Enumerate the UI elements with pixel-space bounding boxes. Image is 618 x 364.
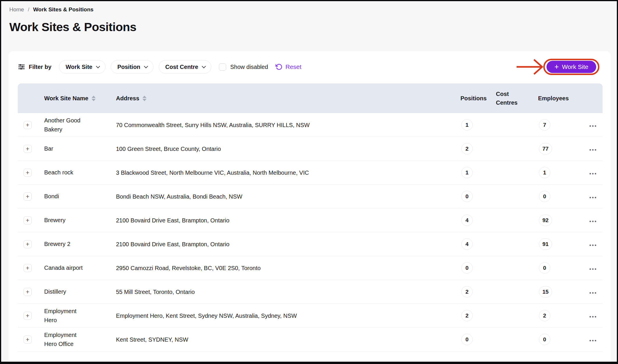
filter-position-label: Position: [117, 64, 140, 70]
work-site-name-cell: Canada airport: [44, 263, 116, 272]
row-actions-menu-button[interactable]: [589, 219, 597, 224]
actions-cell: [589, 312, 603, 319]
filter-work-site-label: Work Site: [66, 64, 92, 70]
expand-row-button[interactable]: +: [24, 336, 32, 344]
employees-header-label: Employees: [538, 95, 589, 102]
employees-count-badge: 0: [539, 191, 550, 202]
cost-centres-header-label: Cost Centres: [496, 90, 538, 107]
filter-by-label: Filter by: [29, 64, 51, 70]
sort-by-work-site-name[interactable]: Work Site Name: [44, 95, 96, 102]
employees-cell: 15: [538, 286, 589, 297]
work-site-address-cell: 2950 Camozzi Road, Revelstoke, BC, V0E 2…: [116, 264, 460, 272]
positions-cell: 1: [460, 119, 496, 131]
app-window: Home / Work Sites & Positions Work Sites…: [0, 0, 618, 364]
breadcrumb-separator: /: [28, 6, 29, 13]
employees-count-badge: 2: [539, 310, 550, 321]
positions-cell: 2: [460, 310, 496, 321]
positions-cell: 0: [460, 334, 496, 345]
reset-label: Reset: [285, 63, 301, 70]
employees-count-badge: 1: [539, 167, 550, 178]
positions-count-badge: 0: [461, 191, 473, 202]
employees-cell: 0: [538, 191, 589, 202]
row-actions-menu-button[interactable]: [589, 338, 597, 343]
positions-cell: 0: [460, 191, 496, 202]
add-work-site-label: Work Site: [562, 63, 588, 70]
work-site-address-cell: 100 Green Street, Bruce County, Ontario: [116, 144, 460, 153]
row-actions-menu-button[interactable]: [589, 124, 597, 129]
employees-count-badge: 15: [539, 286, 552, 297]
actions-cell: [589, 288, 603, 295]
work-site-address-cell: 55 Mill Street, Toronto, Ontario: [116, 288, 460, 296]
row-actions-menu-button[interactable]: [589, 290, 597, 295]
table-header-row: Work Site Name Address Positions Cost Ce…: [18, 83, 603, 113]
expand-row-button[interactable]: +: [24, 264, 32, 272]
positions-count-badge: 4: [461, 215, 473, 226]
expand-row-button[interactable]: +: [24, 192, 32, 201]
positions-cell: 4: [460, 238, 496, 250]
positions-count-badge: 2: [461, 286, 473, 297]
positions-count-badge: 2: [461, 143, 473, 154]
row-actions-menu-button[interactable]: [589, 314, 597, 319]
filter-toolbar: Filter by Work Site Position Cost Centre…: [18, 60, 603, 74]
actions-cell: [589, 193, 603, 200]
filter-icon: [18, 63, 25, 71]
reset-filters-button[interactable]: Reset: [276, 63, 301, 70]
positions-cell: 4: [460, 215, 496, 226]
show-disabled-toggle[interactable]: Show disabled: [219, 63, 268, 71]
row-actions-menu-button[interactable]: [589, 171, 597, 176]
work-site-address-cell: Employment Hero, Kent Street, Sydney NSW…: [116, 311, 460, 320]
work-site-name-cell: Another Good Bakery: [44, 116, 116, 134]
employees-cell: 1: [538, 167, 589, 178]
sort-by-address[interactable]: Address: [116, 94, 147, 103]
work-sites-table: Work Site Name Address Positions Cost Ce…: [18, 83, 603, 351]
expand-row-button[interactable]: +: [24, 216, 32, 224]
expand-row-button[interactable]: +: [24, 288, 32, 296]
show-disabled-checkbox[interactable]: [219, 63, 226, 71]
work-site-name-cell: Employment Hero: [44, 307, 116, 325]
positions-count-badge: 4: [461, 238, 473, 250]
employees-count-badge: 0: [539, 262, 550, 274]
work-site-name-cell: Employment Hero Office: [44, 331, 116, 349]
expand-row-button[interactable]: +: [24, 145, 32, 153]
show-disabled-label: Show disabled: [230, 64, 268, 70]
employees-cell: 2: [538, 310, 589, 321]
positions-cell: 1: [460, 167, 496, 178]
work-site-name-header-label: Work Site Name: [44, 95, 88, 102]
work-site-address-cell: 70 Commonwealth Street, Surry Hills NSW,…: [116, 121, 460, 129]
work-site-address-cell: Bondi Beach NSW, Australia, Bondi Beach,…: [116, 192, 460, 201]
positions-cell: 0: [460, 262, 496, 274]
filter-work-site-dropdown[interactable]: Work Site: [59, 60, 106, 74]
actions-cell: [589, 265, 603, 272]
table-row: +Bar100 Green Street, Bruce County, Onta…: [18, 137, 603, 161]
filter-cost-centre-dropdown[interactable]: Cost Centre: [159, 60, 211, 74]
chevron-down-icon: [144, 64, 148, 68]
expand-row-button[interactable]: +: [24, 240, 32, 248]
table-row: +BondiBondi Beach NSW, Australia, Bondi …: [18, 185, 603, 208]
row-actions-menu-button[interactable]: [589, 243, 597, 248]
table-row: +Distillery55 Mill Street, Toronto, Onta…: [18, 280, 603, 304]
row-actions-menu-button[interactable]: [589, 147, 597, 152]
chevron-down-icon: [202, 64, 206, 68]
filter-cost-centre-label: Cost Centre: [165, 64, 198, 70]
chevron-down-icon: [96, 64, 100, 68]
add-work-site-button[interactable]: + Work Site: [546, 61, 596, 73]
page-title: Work Sites & Positions: [9, 20, 617, 34]
actions-cell: [589, 336, 603, 343]
positions-count-badge: 0: [461, 262, 473, 274]
work-site-name-cell: Bondi: [44, 192, 116, 201]
expand-row-button[interactable]: +: [24, 312, 32, 320]
breadcrumb: Home / Work Sites & Positions: [1, 1, 617, 13]
employees-cell: 7: [538, 119, 589, 131]
row-actions-menu-button[interactable]: [589, 267, 597, 272]
row-actions-menu-button[interactable]: [589, 195, 597, 200]
employees-count-badge: 0: [539, 334, 550, 345]
work-site-name-cell: Beach rock: [44, 168, 116, 177]
filter-position-dropdown[interactable]: Position: [111, 60, 153, 74]
expand-row-button[interactable]: +: [24, 121, 32, 129]
work-site-name-cell: Brewery 2: [44, 240, 116, 249]
breadcrumb-home-link[interactable]: Home: [9, 6, 24, 13]
positions-count-badge: 1: [461, 167, 473, 178]
actions-cell: [589, 241, 603, 248]
expand-row-button[interactable]: +: [24, 169, 32, 177]
work-site-name-cell: Bar: [44, 144, 116, 153]
